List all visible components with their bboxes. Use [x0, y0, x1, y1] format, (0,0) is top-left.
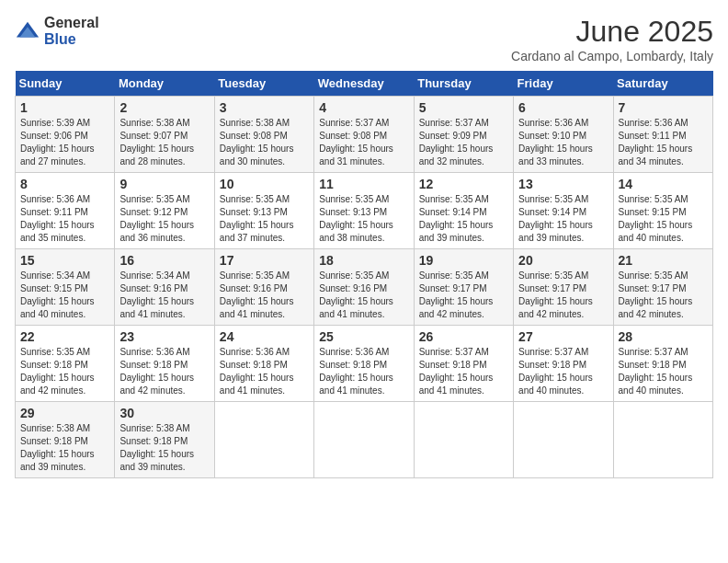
day-cell: 16 Sunrise: 5:34 AMSunset: 9:16 PMDaylig…: [115, 249, 214, 326]
day-cell: 3 Sunrise: 5:38 AMSunset: 9:08 PMDayligh…: [214, 97, 313, 173]
day-number: 16: [119, 253, 209, 268]
day-cell: 8 Sunrise: 5:36 AMSunset: 9:11 PMDayligh…: [16, 173, 115, 249]
day-number: 8: [20, 177, 109, 191]
day-number: 6: [518, 100, 608, 115]
day-cell: 19 Sunrise: 5:35 AMSunset: 9:17 PMDaylig…: [414, 249, 513, 326]
day-cell: 25 Sunrise: 5:36 AMSunset: 9:18 PMDaylig…: [314, 326, 414, 402]
day-info: Sunrise: 5:35 AMSunset: 9:13 PMDaylight:…: [220, 193, 309, 245]
day-cell: 2 Sunrise: 5:38 AMSunset: 9:07 PMDayligh…: [115, 97, 214, 173]
day-number: 15: [20, 253, 109, 268]
day-info: Sunrise: 5:37 AMSunset: 9:18 PMDaylight:…: [619, 346, 708, 397]
day-info: Sunrise: 5:37 AMSunset: 9:08 PMDaylight:…: [319, 117, 408, 168]
calendar-table: SundayMondayTuesdayWednesdayThursdayFrid…: [15, 71, 713, 478]
day-cell: 13 Sunrise: 5:35 AMSunset: 9:14 PMDaylig…: [514, 173, 613, 249]
day-number: 27: [518, 329, 608, 344]
day-number: 2: [119, 100, 209, 115]
day-cell: 7 Sunrise: 5:36 AMSunset: 9:11 PMDayligh…: [613, 97, 712, 173]
day-number: 24: [220, 329, 309, 344]
header: General Blue June 2025 Cardano al Campo,…: [15, 15, 713, 63]
day-number: 7: [619, 100, 708, 115]
day-info: Sunrise: 5:37 AMSunset: 9:18 PMDaylight:…: [518, 346, 608, 397]
day-number: 14: [619, 177, 708, 191]
day-info: Sunrise: 5:36 AMSunset: 9:11 PMDaylight:…: [619, 117, 708, 168]
day-number: 18: [319, 253, 408, 268]
day-cell: 6 Sunrise: 5:36 AMSunset: 9:10 PMDayligh…: [514, 97, 613, 173]
day-cell: 14 Sunrise: 5:35 AMSunset: 9:15 PMDaylig…: [613, 173, 712, 249]
day-cell: 5 Sunrise: 5:37 AMSunset: 9:09 PMDayligh…: [414, 97, 513, 173]
day-cell: 18 Sunrise: 5:35 AMSunset: 9:16 PMDaylig…: [314, 249, 414, 326]
day-number: 17: [220, 253, 309, 268]
day-number: 5: [419, 100, 508, 115]
day-info: Sunrise: 5:36 AMSunset: 9:18 PMDaylight:…: [220, 346, 309, 397]
col-header-monday: Monday: [115, 71, 214, 97]
day-number: 1: [20, 100, 109, 115]
day-cell: 1 Sunrise: 5:39 AMSunset: 9:06 PMDayligh…: [16, 97, 115, 173]
day-info: Sunrise: 5:36 AMSunset: 9:10 PMDaylight:…: [518, 117, 608, 168]
logo-icon: [15, 18, 40, 44]
day-number: 30: [119, 406, 209, 420]
day-number: 13: [518, 177, 608, 191]
day-info: Sunrise: 5:35 AMSunset: 9:15 PMDaylight:…: [619, 193, 708, 245]
day-number: 28: [619, 329, 708, 344]
day-info: Sunrise: 5:35 AMSunset: 9:18 PMDaylight:…: [20, 346, 109, 397]
day-cell: 30 Sunrise: 5:38 AMSunset: 9:18 PMDaylig…: [115, 402, 214, 478]
day-cell: 9 Sunrise: 5:35 AMSunset: 9:12 PMDayligh…: [115, 173, 214, 249]
day-info: Sunrise: 5:37 AMSunset: 9:18 PMDaylight:…: [419, 346, 508, 397]
day-number: 20: [518, 253, 608, 268]
day-cell: [414, 402, 513, 478]
day-number: 9: [119, 177, 209, 191]
day-cell: [314, 402, 414, 478]
day-info: Sunrise: 5:35 AMSunset: 9:16 PMDaylight:…: [220, 270, 309, 321]
title-area: June 2025 Cardano al Campo, Lombardy, It…: [511, 15, 713, 63]
day-cell: 26 Sunrise: 5:37 AMSunset: 9:18 PMDaylig…: [414, 326, 513, 402]
day-info: Sunrise: 5:35 AMSunset: 9:17 PMDaylight:…: [518, 270, 608, 321]
day-number: 23: [119, 329, 209, 344]
col-header-thursday: Thursday: [414, 71, 513, 97]
day-cell: [613, 402, 712, 478]
month-title: June 2025: [511, 15, 713, 49]
col-header-sunday: Sunday: [16, 71, 115, 97]
day-info: Sunrise: 5:38 AMSunset: 9:08 PMDaylight:…: [220, 117, 309, 168]
logo-general: General: [44, 15, 99, 31]
day-info: Sunrise: 5:38 AMSunset: 9:07 PMDaylight:…: [119, 117, 209, 168]
day-number: 10: [220, 177, 309, 191]
header-row: SundayMondayTuesdayWednesdayThursdayFrid…: [16, 71, 713, 97]
week-row-1: 1 Sunrise: 5:39 AMSunset: 9:06 PMDayligh…: [16, 97, 713, 173]
location-title: Cardano al Campo, Lombardy, Italy: [511, 49, 713, 63]
day-info: Sunrise: 5:39 AMSunset: 9:06 PMDaylight:…: [20, 117, 109, 168]
day-number: 26: [419, 329, 508, 344]
day-number: 11: [319, 177, 408, 191]
col-header-tuesday: Tuesday: [214, 71, 313, 97]
col-header-wednesday: Wednesday: [314, 71, 414, 97]
day-info: Sunrise: 5:34 AMSunset: 9:15 PMDaylight:…: [20, 270, 109, 321]
week-row-4: 22 Sunrise: 5:35 AMSunset: 9:18 PMDaylig…: [16, 326, 713, 402]
day-info: Sunrise: 5:38 AMSunset: 9:18 PMDaylight:…: [119, 422, 209, 474]
day-number: 29: [20, 406, 109, 420]
day-cell: 17 Sunrise: 5:35 AMSunset: 9:16 PMDaylig…: [214, 249, 313, 326]
day-cell: [514, 402, 613, 478]
day-info: Sunrise: 5:37 AMSunset: 9:09 PMDaylight:…: [419, 117, 508, 168]
col-header-saturday: Saturday: [613, 71, 712, 97]
day-cell: 4 Sunrise: 5:37 AMSunset: 9:08 PMDayligh…: [314, 97, 414, 173]
day-cell: [214, 402, 313, 478]
week-row-5: 29 Sunrise: 5:38 AMSunset: 9:18 PMDaylig…: [16, 402, 713, 478]
day-cell: 21 Sunrise: 5:35 AMSunset: 9:17 PMDaylig…: [613, 249, 712, 326]
logo-blue: Blue: [44, 31, 99, 48]
day-cell: 22 Sunrise: 5:35 AMSunset: 9:18 PMDaylig…: [16, 326, 115, 402]
day-cell: 27 Sunrise: 5:37 AMSunset: 9:18 PMDaylig…: [514, 326, 613, 402]
logo: General Blue: [15, 15, 99, 47]
day-cell: 10 Sunrise: 5:35 AMSunset: 9:13 PMDaylig…: [214, 173, 313, 249]
day-number: 4: [319, 100, 408, 115]
col-header-friday: Friday: [514, 71, 613, 97]
day-cell: 12 Sunrise: 5:35 AMSunset: 9:14 PMDaylig…: [414, 173, 513, 249]
day-info: Sunrise: 5:36 AMSunset: 9:18 PMDaylight:…: [119, 346, 209, 397]
day-cell: 11 Sunrise: 5:35 AMSunset: 9:13 PMDaylig…: [314, 173, 414, 249]
day-info: Sunrise: 5:35 AMSunset: 9:17 PMDaylight:…: [619, 270, 708, 321]
day-number: 21: [619, 253, 708, 268]
day-info: Sunrise: 5:35 AMSunset: 9:17 PMDaylight:…: [419, 270, 508, 321]
day-cell: 28 Sunrise: 5:37 AMSunset: 9:18 PMDaylig…: [613, 326, 712, 402]
day-number: 19: [419, 253, 508, 268]
week-row-3: 15 Sunrise: 5:34 AMSunset: 9:15 PMDaylig…: [16, 249, 713, 326]
day-number: 12: [419, 177, 508, 191]
day-number: 25: [319, 329, 408, 344]
